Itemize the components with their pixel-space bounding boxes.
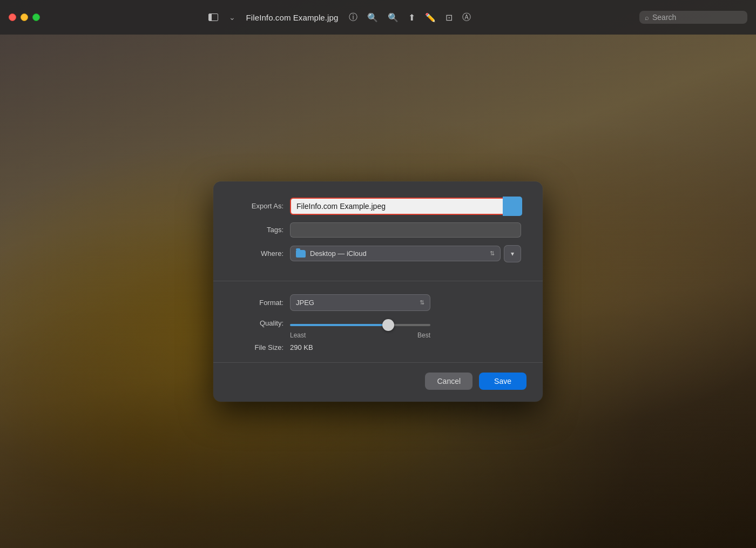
where-controls: Desktop — iCloud ⇅ ▾ bbox=[290, 245, 521, 262]
export-as-row: Export As: bbox=[235, 198, 521, 215]
modal-top-section: Export As: Tags: Where: Desktop — iCloud bbox=[213, 181, 543, 281]
format-label: Format: bbox=[235, 299, 284, 307]
where-select[interactable]: Desktop — iCloud ⇅ bbox=[290, 246, 501, 261]
chevron-updown-icon: ⇅ bbox=[420, 299, 424, 306]
quality-slider[interactable] bbox=[290, 324, 430, 326]
folder-icon bbox=[296, 250, 306, 258]
chevron-updown-icon: ⇅ bbox=[490, 250, 495, 257]
filesize-value: 290 KB bbox=[290, 343, 313, 351]
slider-labels: Least Best bbox=[290, 331, 430, 339]
quality-row: Quality: bbox=[235, 319, 521, 328]
export-as-input[interactable] bbox=[290, 198, 521, 215]
modal-overlay: Export As: Tags: Where: Desktop — iCloud bbox=[0, 0, 756, 548]
export-as-extension-button[interactable] bbox=[503, 197, 522, 216]
save-button[interactable]: Save bbox=[479, 373, 526, 390]
quality-min-label: Least bbox=[290, 331, 306, 339]
format-select[interactable]: JPEG ⇅ bbox=[290, 294, 430, 311]
cancel-button[interactable]: Cancel bbox=[425, 373, 473, 390]
quality-max-label: Best bbox=[417, 331, 430, 339]
tags-label: Tags: bbox=[235, 226, 284, 234]
format-row: Format: JPEG ⇅ bbox=[235, 294, 521, 311]
modal-bottom-section: Cancel Save bbox=[213, 363, 543, 402]
where-expand-button[interactable]: ▾ bbox=[504, 245, 521, 262]
where-row: Where: Desktop — iCloud ⇅ ▾ bbox=[235, 245, 521, 262]
chevron-down-icon: ▾ bbox=[511, 250, 514, 258]
tags-input[interactable] bbox=[290, 222, 521, 238]
tags-row: Tags: bbox=[235, 222, 521, 238]
filesize-row: File Size: 290 KB bbox=[235, 343, 521, 351]
where-select-text: Desktop — iCloud bbox=[310, 249, 485, 258]
quality-slider-wrapper bbox=[290, 319, 430, 328]
export-as-label: Export As: bbox=[235, 202, 284, 210]
export-dialog: Export As: Tags: Where: Desktop — iCloud bbox=[213, 181, 543, 402]
modal-middle-section: Format: JPEG ⇅ Quality: Least Best bbox=[213, 281, 543, 362]
where-label: Where: bbox=[235, 249, 284, 258]
filesize-label: File Size: bbox=[235, 343, 284, 351]
format-value: JPEG bbox=[296, 299, 314, 307]
quality-label: Quality: bbox=[235, 319, 284, 327]
export-as-input-wrapper bbox=[290, 198, 521, 215]
